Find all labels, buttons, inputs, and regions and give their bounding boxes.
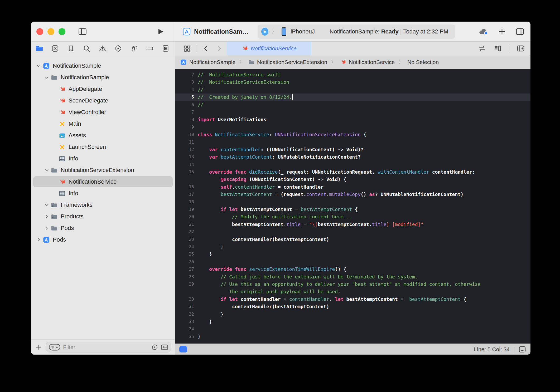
code-line-14[interactable]: 14 (175, 161, 530, 168)
tab-notificationservice[interactable]: NotificationService (226, 42, 311, 55)
breadcrumb-item-notificationserviceextension[interactable]: NotificationServiceExtension (248, 59, 327, 65)
breadcrumb-item-notificationsample[interactable]: NotificationSample (180, 59, 235, 65)
line-number[interactable]: 3 (175, 79, 198, 86)
back-chevron-icon[interactable] (201, 44, 210, 53)
code-line-15[interactable]: 15 override func didReceive(_ request: U… (175, 168, 530, 176)
cloud-sync-icon[interactable] (478, 28, 489, 36)
code-line-wrap-29[interactable]: the original push payload will be used. (175, 288, 530, 295)
line-number[interactable]: 24 (175, 243, 198, 251)
code-line-3[interactable]: 3// NotificationServiceExtension (175, 79, 530, 86)
code-line-11[interactable]: 11 (175, 139, 530, 146)
line-number[interactable]: 9 (175, 124, 198, 131)
navigator-tab-source-control[interactable] (51, 44, 60, 53)
line-number[interactable]: 5 (175, 94, 198, 101)
code-line-18[interactable]: 18 (175, 198, 530, 206)
navigator-tab-breakpoints[interactable] (145, 44, 154, 53)
nav-item-notificationsample[interactable]: NotificationSample (31, 60, 175, 72)
line-number[interactable]: 11 (175, 139, 198, 146)
line-number[interactable]: 10 (175, 131, 198, 138)
code-line-32[interactable]: 32 } (175, 311, 530, 318)
code-line-4[interactable]: 4// (175, 86, 530, 94)
chevron-right-icon[interactable] (43, 214, 50, 219)
nav-item-notificationsample[interactable]: NotificationSample (31, 72, 175, 83)
line-number[interactable]: 31 (175, 303, 198, 310)
minimap-icon[interactable] (493, 44, 502, 53)
nav-item-viewcontroller[interactable]: ViewController (31, 106, 175, 118)
code-line-35[interactable]: 35} (175, 333, 530, 340)
nav-item-notificationserviceextension[interactable]: NotificationServiceExtension (31, 164, 175, 176)
code-line-27[interactable]: 27 override func serviceExtensionTimeWil… (175, 266, 530, 273)
breakpoint-badge[interactable] (179, 346, 187, 352)
code-line-8[interactable]: 8import UserNotifications (175, 116, 530, 123)
navigator-tab-reports[interactable] (161, 44, 170, 53)
nav-item-frameworks[interactable]: Frameworks (31, 199, 175, 211)
grid-icon[interactable] (182, 44, 191, 53)
code-line-12[interactable]: 12 var contentHandler: ((UNNotificationC… (175, 146, 530, 153)
code-line-5[interactable]: 5// Created by junely on 8/12/24. (175, 94, 530, 101)
chevron-right-icon[interactable] (35, 237, 42, 242)
line-number[interactable]: 34 (175, 325, 198, 333)
close-button[interactable] (36, 28, 43, 35)
line-number[interactable]: 6 (175, 101, 198, 109)
line-number[interactable]: 8 (175, 116, 198, 123)
chevron-down-icon[interactable] (35, 63, 42, 68)
code-line-25[interactable]: 25 } (175, 251, 530, 258)
line-number[interactable]: 14 (175, 161, 198, 168)
line-number[interactable]: 23 (175, 236, 198, 243)
line-number[interactable]: 28 (175, 273, 198, 281)
editor-mode-icon[interactable] (518, 346, 526, 353)
code-line-6[interactable]: 6// (175, 101, 530, 109)
code-line-28[interactable]: 28 // Called just before the extension w… (175, 273, 530, 281)
line-number[interactable]: 29 (175, 281, 198, 288)
code-line-10[interactable]: 10class NotificationService: UNNotificat… (175, 131, 530, 138)
line-number[interactable]: 35 (175, 333, 198, 340)
nav-item-launchscreen[interactable]: LaunchScreen (31, 141, 175, 153)
navigator-tab-project-navigator[interactable] (35, 44, 44, 53)
line-number[interactable]: 19 (175, 206, 198, 213)
code-line-34[interactable]: 34 (175, 325, 530, 333)
line-number[interactable] (175, 288, 198, 295)
line-number[interactable]: 15 (175, 168, 198, 176)
run-destination[interactable]: iPhoneuJ (291, 28, 315, 35)
add-icon[interactable] (35, 344, 42, 351)
nav-item-scenedelegate[interactable]: SceneDelegate (31, 95, 175, 106)
code-line-7[interactable]: 7 (175, 109, 530, 116)
split-editor-icon[interactable] (516, 44, 525, 53)
line-number[interactable]: 17 (175, 191, 198, 198)
code-line-30[interactable]: 30 if let contentHandler = contentHandle… (175, 296, 530, 303)
line-number[interactable]: 27 (175, 266, 198, 273)
line-number[interactable]: 13 (175, 153, 198, 161)
sidebar-left-icon[interactable] (78, 27, 88, 37)
code-line-17[interactable]: 17 bestAttemptContent = (request.content… (175, 191, 530, 198)
nav-item-info[interactable]: Info (31, 153, 175, 164)
breadcrumb-item-no-selection[interactable]: No Selection (407, 59, 439, 65)
line-number[interactable]: 16 (175, 183, 198, 191)
swap-arrows-icon[interactable] (477, 44, 486, 53)
line-number[interactable]: 21 (175, 221, 198, 228)
line-number[interactable]: 25 (175, 251, 198, 258)
line-number[interactable]: 7 (175, 109, 198, 116)
nav-item-assets[interactable]: Assets (31, 130, 175, 141)
navigator-tab-tests[interactable] (114, 44, 123, 53)
navigator-tab-issues[interactable] (98, 44, 107, 53)
code-line-13[interactable]: 13 var bestAttemptContent: UNMutableNoti… (175, 153, 530, 161)
plus-icon[interactable] (498, 27, 506, 36)
nav-item-appdelegate[interactable]: AppDelegate (31, 83, 175, 95)
filter-pill-icon[interactable] (49, 344, 60, 351)
filter-input[interactable]: Filter (46, 342, 171, 352)
line-number[interactable]: 12 (175, 146, 198, 153)
nav-item-info[interactable]: Info (31, 188, 175, 199)
nav-item-notificationservice[interactable]: NotificationService (31, 176, 175, 188)
navigator-tab-find[interactable] (82, 44, 91, 53)
line-number[interactable] (175, 176, 198, 183)
line-number[interactable]: 26 (175, 258, 198, 266)
code-line-23[interactable]: 23 contentHandler(bestAttemptContent) (175, 236, 530, 243)
code-line-24[interactable]: 24 } (175, 243, 530, 251)
code-line-29[interactable]: 29 // Use this as an opportunity to deli… (175, 281, 530, 288)
zoom-button[interactable] (59, 28, 65, 35)
scheme-selector[interactable]: E 〉 iPhoneuJ NotificationSample: Ready|T… (258, 24, 455, 39)
play-icon[interactable] (155, 27, 165, 37)
plus-minus-icon[interactable] (161, 344, 168, 351)
chevron-right-icon[interactable] (43, 226, 50, 231)
code-line-2[interactable]: 2// NotificationService.swift (175, 71, 530, 79)
